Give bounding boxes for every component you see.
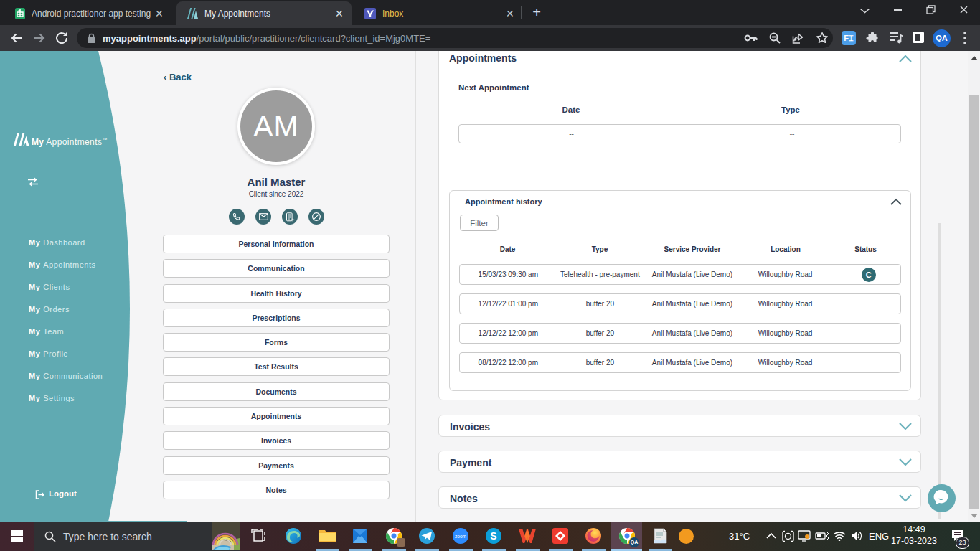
svg-text:S: S [490,530,496,542]
svg-text:zoom: zoom [455,534,466,539]
